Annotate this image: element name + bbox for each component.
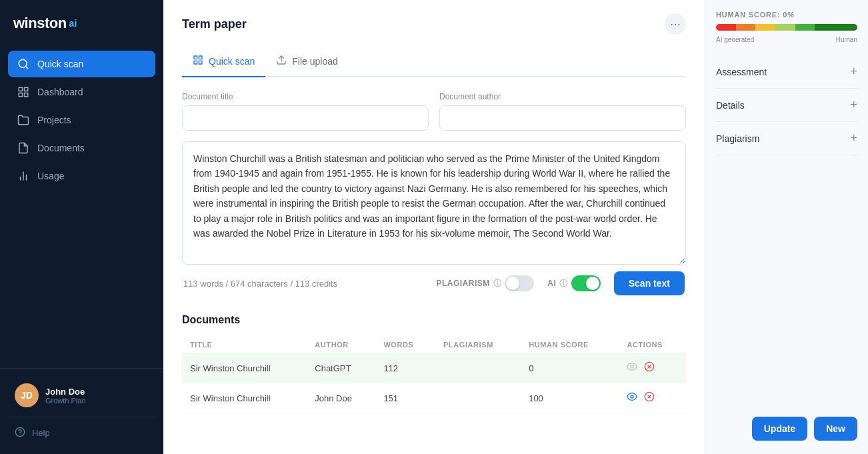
quick-scan-tab-icon [193,55,203,68]
doc-title-label: Document title [182,92,429,101]
row-actions [619,383,686,413]
score-bar [716,24,857,31]
svg-rect-2 [19,87,22,91]
row-human-score: 100 [521,383,619,413]
ai-info-icon[interactable]: ⓘ [559,278,568,289]
scan-text-button[interactable]: Scan text [614,271,685,295]
delete-icon[interactable] [644,361,655,375]
score-seg-5 [795,24,815,31]
svg-point-20 [631,395,633,398]
main-content: Term paper ⋯ Quick scan File upload Docu… [163,0,705,454]
table-row: Sir Winston Churchill John Doe 151 100 [182,383,686,413]
plagiarism-toggle-thumb [506,277,519,290]
col-actions: ACTIONS [619,337,686,353]
user-info: John Doe Growth Plan [45,387,149,405]
score-seg-4 [775,24,795,31]
more-options-button[interactable]: ⋯ [665,13,686,35]
row-plagiarism [435,383,521,413]
tab-bar: Quick scan File upload [182,48,686,77]
action-icons [627,391,678,405]
sidebar-bottom: JD John Doe Growth Plan Help [0,368,163,454]
plagiarism-info-icon[interactable]: ⓘ [493,278,502,289]
document-form-row: Document title Sir Winston Churchill Doc… [182,92,686,131]
view-icon[interactable] [627,391,637,405]
sidebar-item-dashboard[interactable]: Dashboard [8,79,155,105]
user-card[interactable]: JD John Doe Growth Plan [8,377,155,414]
row-words: 151 [375,383,435,413]
panel-assessment[interactable]: Assessment + [716,55,857,89]
col-human-score: HUMAN SCORE [521,337,619,353]
col-author: AUTHOR [307,337,375,353]
plagiarism-label: PLAGIARISM ⓘ [436,275,534,291]
view-icon[interactable] [627,361,637,375]
tab-quick-scan[interactable]: Quick scan [182,48,265,77]
score-section: HUMAN SCORE: 0% AI generated Human [716,11,857,43]
row-title: Sir Winston Churchill [182,383,307,413]
sidebar-item-documents[interactable]: Documents [8,135,155,161]
row-author: John Doe [307,383,375,413]
col-words: WORDS [375,337,435,353]
projects-icon [17,114,29,126]
doc-title-group: Document title Sir Winston Churchill [182,92,429,131]
score-seg-2 [736,24,756,31]
row-plagiarism [435,353,521,383]
svg-rect-14 [194,61,197,64]
svg-rect-11 [194,56,197,59]
panel-details[interactable]: Details + [716,89,857,122]
logo-text: winston [13,15,67,32]
right-panel: HUMAN SCORE: 0% AI generated Human Asses… [705,0,868,454]
svg-rect-12 [199,56,202,59]
row-author: ChatGPT [307,353,375,383]
sidebar-item-label: Usage [37,171,64,181]
page-header: Term paper ⋯ [182,13,686,35]
score-labels: AI generated Human [716,36,857,43]
doc-author-input[interactable]: ChatGPT [439,105,686,131]
sidebar-item-projects[interactable]: Projects [8,107,155,133]
tab-quick-scan-label: Quick scan [209,56,255,67]
content-textarea[interactable]: Winston Churchill was a British statesma… [182,141,686,265]
plagiarism-label: Plagiarism [716,133,759,144]
word-count: 113 words / 674 characters / 113 credits [183,279,337,289]
svg-rect-13 [199,61,202,64]
help-label: Help [32,428,50,438]
new-button[interactable]: New [814,417,857,441]
ai-toggle[interactable] [571,275,601,291]
panel-plagiarism[interactable]: Plagiarism + [716,122,857,155]
sidebar-item-label: Documents [37,143,85,153]
help-item[interactable]: Help [8,420,155,446]
svg-rect-3 [25,87,28,91]
documents-icon [17,142,29,154]
action-icons [627,361,678,375]
update-button[interactable]: Update [752,417,807,441]
human-label: Human [836,36,857,43]
plagiarism-toggle[interactable] [505,275,534,291]
svg-line-1 [25,66,27,68]
tab-file-upload[interactable]: File upload [265,48,349,77]
svg-rect-4 [25,93,28,97]
score-label: HUMAN SCORE: 0% [716,11,857,19]
sidebar-nav: Quick scan Dashboard Projects Documents [0,45,163,368]
col-title: TITLE [182,337,307,353]
assessment-expand-icon: + [850,65,857,79]
user-plan: Growth Plan [45,397,149,405]
sidebar-item-label: Dashboard [37,87,83,97]
doc-author-label: Document author [439,92,686,101]
sidebar: winston ai Quick scan Dashboard Projects [0,0,163,454]
page-title: Term paper [182,17,247,31]
assessment-label: Assessment [716,67,767,77]
row-words: 112 [375,353,435,383]
panel-actions: Update New [752,403,857,441]
delete-icon[interactable] [644,391,655,405]
col-plagiarism: PLAGIARISM [435,337,521,353]
doc-author-group: Document author ChatGPT [439,92,686,131]
sidebar-item-quick-scan[interactable]: Quick scan [8,51,155,77]
doc-title-input[interactable]: Sir Winston Churchill [182,105,429,131]
sidebar-item-usage[interactable]: Usage [8,163,155,189]
ai-toggle-thumb [586,277,599,290]
score-seg-1 [716,24,736,31]
documents-table: TITLE AUTHOR WORDS PLAGIARISM HUMAN SCOR… [182,337,686,413]
ai-generated-label: AI generated [716,36,754,43]
documents-title: Documents [182,314,686,326]
table-body: Sir Winston Churchill ChatGPT 112 0 [182,353,686,413]
tab-file-upload-label: File upload [292,56,338,67]
